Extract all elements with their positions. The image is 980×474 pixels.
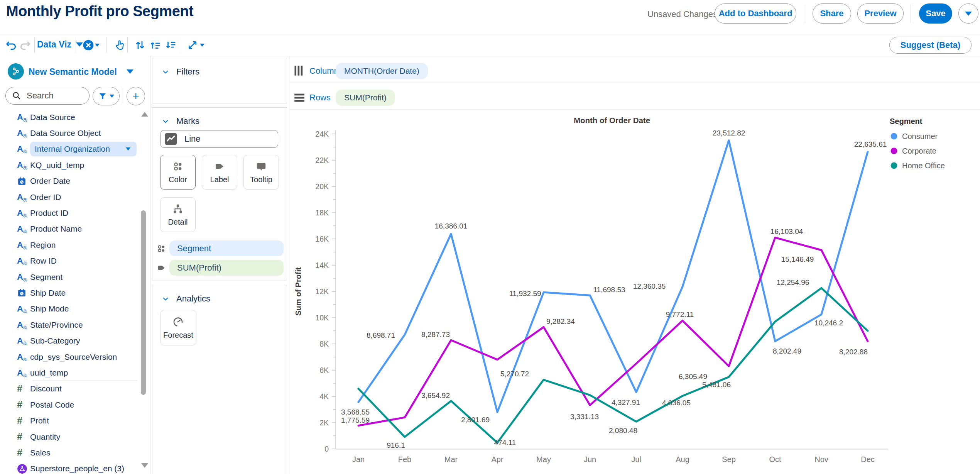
add-to-dashboard-button[interactable]: Add to Dashboard [715,3,796,24]
select-tool-button[interactable] [113,38,127,52]
label-button[interactable]: Label [202,155,237,190]
move-up-button[interactable] [148,38,163,52]
sidebar-field-kq-uuid-temp[interactable]: AaKQ_uuid_temp [0,157,140,173]
label-button-label: Label [210,175,229,184]
sidebar-field-postal-code[interactable]: #Postal Code [0,397,140,413]
header-divider [805,4,805,23]
preview-button[interactable]: Preview [857,3,904,24]
save-button[interactable]: Save [919,3,952,24]
series-line-consumer[interactable] [358,141,868,412]
legend-item-corporate[interactable]: Corporate [891,147,936,155]
mark-type-select[interactable]: Line [160,130,278,148]
undo-button[interactable] [4,38,19,52]
sidebar-field-product-id[interactable]: AaProduct ID [0,205,140,221]
suggest-beta-button[interactable]: Suggest (Beta) [889,37,972,54]
field-filter-button[interactable] [93,87,120,105]
label-icon [214,161,225,172]
sidebar-field-uuid-temp[interactable]: Aauuid_temp [0,365,140,381]
detail-button[interactable]: Detail [160,197,196,232]
sidebar-field-ship-mode[interactable]: AaShip Mode [0,301,140,317]
tooltip-button[interactable]: Tooltip [243,155,279,190]
scrollbar-thumb[interactable] [141,210,146,395]
resize-icon [187,39,198,51]
y-tick-label: 12K [315,287,329,296]
sidebar-field-cdp-sys-sourceversion[interactable]: Aacdp_sys_SourceVersion [0,349,140,365]
analytics-section-header[interactable]: Analytics [162,294,210,304]
color-icon [172,161,184,172]
x-tick-label: Oct [769,455,781,464]
marks-section-header[interactable]: Marks [162,116,199,126]
sidebar-field-superstore-people-en-3-[interactable]: Superstore_people_en (3) [0,461,140,474]
object-field-icon [17,464,27,474]
text-field-icon: Aa [17,225,27,233]
forecast-button-label: Forecast [163,331,193,340]
data-label: 4,036.05 [662,399,691,407]
shelf-divider [289,83,980,83]
sidebar-field-ship-date[interactable]: Ship Date [0,285,140,301]
legend-item-consumer[interactable]: Consumer [891,132,938,141]
sidebar-field-data-source-object[interactable]: AaData Source Object [0,125,140,141]
columns-pill[interactable]: MONTH(Order Date) [336,63,428,79]
sidebar-field-region[interactable]: AaRegion [0,237,140,253]
save-menu-button[interactable] [958,3,978,24]
sidebar-field-order-date[interactable]: Order Date [0,173,140,189]
x-tick-label: Feb [398,455,411,464]
x-tick-label: Nov [814,455,828,464]
view-selector-dropdown[interactable]: Data Viz [37,39,83,50]
legend-label: Corporate [902,147,936,155]
swap-axes-button[interactable] [133,38,147,52]
detail-button-label: Detail [168,218,188,227]
sidebar-field-sales[interactable]: #Sales [0,445,140,460]
data-label: 5,270.72 [500,370,529,378]
sidebar-field-product-name[interactable]: AaProduct Name [0,221,140,237]
rows-shelf-label[interactable]: Rows [309,93,331,103]
scroll-up-arrow[interactable] [141,112,148,117]
text-field-icon: Aa [17,241,27,249]
sidebar-field-data-source[interactable]: AaData Source [0,109,140,125]
search-input[interactable] [26,90,81,101]
swap-axes-icon [134,39,146,51]
rows-pill[interactable]: SUM(Profit) [336,90,395,106]
filters-section-header[interactable]: Filters [162,67,199,77]
toolbar: Data Viz Suggest (Beta) [0,34,980,56]
marks-title: Marks [176,116,199,126]
chevron-down-icon[interactable] [127,69,133,74]
sidebar-field-discount[interactable]: #Discount [0,381,140,397]
x-tick-label: Sep [722,455,736,464]
semantic-model-selector[interactable]: New Semantic Model [29,67,117,77]
share-button[interactable]: Share [813,3,851,24]
line-mark-icon [164,132,177,146]
color-button[interactable]: Color [160,155,196,190]
date-field-icon [17,288,27,298]
y-axis-title: Sum of Profit [294,267,302,316]
chevron-down-icon [162,68,169,76]
move-down-button[interactable] [164,38,178,52]
legend-label: Consumer [902,132,938,141]
sidebar-field-row-id[interactable]: AaRow ID [0,253,140,269]
sidebar-field-internal-organization[interactable]: AaInternal Organization [0,141,140,157]
forecast-button[interactable]: Forecast [160,310,196,345]
sidebar-field-state-province[interactable]: AaState/Province [0,317,140,333]
x-tick-label: Dec [861,455,875,464]
sum-profit-pill[interactable]: SUM(Profit) [169,260,284,276]
sidebar-field-sub-category[interactable]: AaSub-Category [0,333,140,349]
scroll-down-arrow[interactable] [141,463,148,468]
color-assignment-icon [156,244,166,254]
segment-pill[interactable]: Segment [169,240,284,256]
redo-button[interactable] [18,38,32,52]
sidebar-field-quantity[interactable]: #Quantity [0,429,140,445]
add-field-button[interactable]: + [127,87,145,105]
resize-menu-caret[interactable] [198,38,206,52]
sidebar-field-order-id[interactable]: AaOrder ID [0,189,140,205]
sidebar-field-segment[interactable]: AaSegment [0,269,140,285]
text-field-icon: Aa [17,369,27,377]
data-label: 16,103.04 [770,227,803,235]
detail-icon [172,203,184,215]
y-tick-label: 8K [319,340,329,348]
toolbar-divider [34,37,35,53]
clear-menu-caret[interactable] [93,38,101,52]
resize-button[interactable] [185,38,200,52]
legend-item-home-office[interactable]: Home Office [891,161,945,170]
chart-title: Month of Order Date [574,116,650,125]
sidebar-field-profit[interactable]: #Profit [0,413,140,429]
